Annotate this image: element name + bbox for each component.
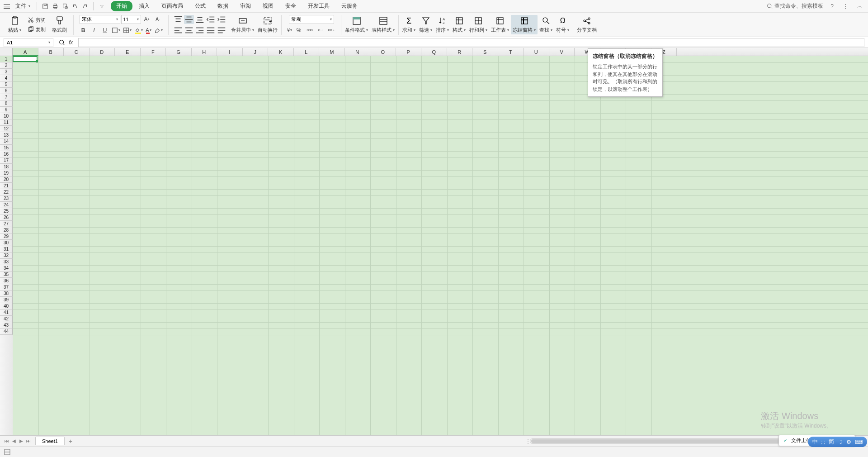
- increase-font-icon[interactable]: A+: [142, 15, 152, 24]
- decrease-indent-icon[interactable]: [206, 15, 216, 24]
- format-button[interactable]: 格式▾: [451, 15, 467, 34]
- column-header[interactable]: P: [396, 48, 422, 56]
- ime-simp[interactable]: 简: [829, 438, 834, 446]
- row-header[interactable]: 29: [0, 233, 13, 240]
- bold-button[interactable]: B: [78, 26, 88, 35]
- tab-page-layout[interactable]: 页面布局: [156, 0, 189, 12]
- row-header[interactable]: 20: [0, 176, 13, 183]
- tab-home[interactable]: 开始: [111, 1, 132, 11]
- row-header[interactable]: 25: [0, 208, 13, 214]
- row-header[interactable]: 7: [0, 94, 13, 100]
- decrease-decimal-icon[interactable]: .00←: [326, 26, 336, 35]
- row-header[interactable]: 15: [0, 145, 13, 151]
- align-middle-icon[interactable]: [184, 15, 194, 24]
- sheet-next-icon[interactable]: ▶: [18, 438, 24, 444]
- row-col-button[interactable]: 行和列▾: [467, 15, 489, 34]
- column-header[interactable]: Q: [421, 48, 447, 56]
- tab-review[interactable]: 审阅: [235, 0, 256, 12]
- distribute-icon[interactable]: [217, 26, 226, 35]
- row-header[interactable]: 33: [0, 259, 13, 265]
- zoom-icon[interactable]: [59, 39, 65, 46]
- fx-icon[interactable]: fx: [69, 39, 73, 46]
- row-header[interactable]: 10: [0, 113, 13, 119]
- ime-gear-icon[interactable]: ⚙: [846, 439, 851, 445]
- copy-button[interactable]: 复制: [25, 25, 48, 34]
- more-icon[interactable]: ⋮: [841, 3, 850, 10]
- underline-button[interactable]: U: [100, 26, 110, 35]
- column-header[interactable]: S: [472, 48, 498, 56]
- tab-data[interactable]: 数据: [212, 0, 234, 12]
- tab-developer[interactable]: 开发工具: [302, 0, 335, 12]
- column-header[interactable]: A: [13, 48, 38, 56]
- menu-icon[interactable]: [4, 4, 10, 9]
- align-right-icon[interactable]: [195, 26, 205, 35]
- row-header[interactable]: 26: [0, 214, 13, 221]
- column-header[interactable]: H: [192, 48, 217, 56]
- row-header[interactable]: 39: [0, 297, 13, 303]
- row-header[interactable]: 42: [0, 316, 13, 322]
- column-header[interactable]: T: [498, 48, 524, 56]
- column-header[interactable]: B: [38, 48, 64, 56]
- increase-indent-icon[interactable]: [217, 15, 226, 24]
- align-bottom-icon[interactable]: [195, 15, 205, 24]
- row-header[interactable]: 41: [0, 309, 13, 316]
- column-header[interactable]: U: [524, 48, 549, 56]
- align-center-icon[interactable]: [184, 26, 194, 35]
- sheet-first-icon[interactable]: ⏮: [4, 438, 10, 444]
- sheet-prev-icon[interactable]: ◀: [11, 438, 17, 444]
- row-header[interactable]: 30: [0, 240, 13, 246]
- row-header[interactable]: 23: [0, 195, 13, 202]
- border-button[interactable]: ▾: [111, 26, 121, 35]
- increase-decimal-icon[interactable]: .0→: [316, 26, 326, 35]
- row-header[interactable]: 32: [0, 252, 13, 259]
- print-icon[interactable]: [51, 2, 60, 11]
- formula-input[interactable]: [78, 38, 864, 47]
- column-header[interactable]: N: [345, 48, 371, 56]
- align-top-icon[interactable]: [173, 15, 183, 24]
- column-header[interactable]: C: [64, 48, 90, 56]
- column-header[interactable]: G: [166, 48, 192, 56]
- row-header[interactable]: 3: [0, 69, 13, 75]
- row-header[interactable]: 8: [0, 100, 13, 107]
- comma-button[interactable]: 000: [305, 26, 315, 35]
- column-header[interactable]: K: [268, 48, 294, 56]
- row-header[interactable]: 34: [0, 265, 13, 271]
- search-box[interactable]: 查找命令、搜索模板: [767, 2, 823, 10]
- wrap-text-button[interactable]: 自动换行: [256, 15, 279, 34]
- row-header[interactable]: 27: [0, 221, 13, 227]
- column-header[interactable]: M: [319, 48, 345, 56]
- fill-color-button[interactable]: ▾: [133, 26, 144, 35]
- row-header[interactable]: 2: [0, 62, 13, 69]
- column-header[interactable]: J: [243, 48, 269, 56]
- row-header[interactable]: 37: [0, 284, 13, 290]
- ime-moon-icon[interactable]: ☽: [838, 439, 843, 445]
- clear-button[interactable]: ▾: [153, 26, 164, 35]
- cells-area[interactable]: [13, 56, 868, 435]
- decrease-font-icon[interactable]: A-: [153, 15, 163, 24]
- ime-keyboard-icon[interactable]: ⌨: [855, 439, 863, 445]
- status-mode-icon[interactable]: [4, 448, 11, 456]
- currency-button[interactable]: ¥▾: [286, 26, 293, 35]
- print-preview-icon[interactable]: [61, 2, 70, 11]
- column-header[interactable]: I: [217, 48, 243, 56]
- tab-cloud[interactable]: 云服务: [336, 0, 363, 12]
- row-header[interactable]: 35: [0, 271, 13, 278]
- column-header[interactable]: D: [90, 48, 115, 56]
- sheet-last-icon[interactable]: ⏭: [25, 438, 32, 444]
- column-header[interactable]: E: [115, 48, 141, 56]
- column-header[interactable]: V: [549, 48, 575, 56]
- name-box[interactable]: A1 ▾: [4, 38, 53, 47]
- tab-formulas[interactable]: 公式: [189, 0, 211, 12]
- scrollbar-thumb[interactable]: [531, 439, 811, 443]
- sheet-tab[interactable]: Sheet1: [35, 437, 65, 445]
- find-button[interactable]: 查找▾: [538, 15, 554, 34]
- share-button[interactable]: 分享文档: [575, 15, 599, 34]
- row-header[interactable]: 31: [0, 246, 13, 252]
- row-header[interactable]: 5: [0, 81, 13, 88]
- italic-button[interactable]: I: [89, 26, 99, 35]
- tab-view[interactable]: 视图: [257, 0, 279, 12]
- sort-button[interactable]: AZ 排序▾: [434, 15, 451, 34]
- save-icon[interactable]: [41, 2, 50, 11]
- row-header[interactable]: 18: [0, 164, 13, 170]
- merge-center-button[interactable]: 合并居中▾: [229, 15, 256, 34]
